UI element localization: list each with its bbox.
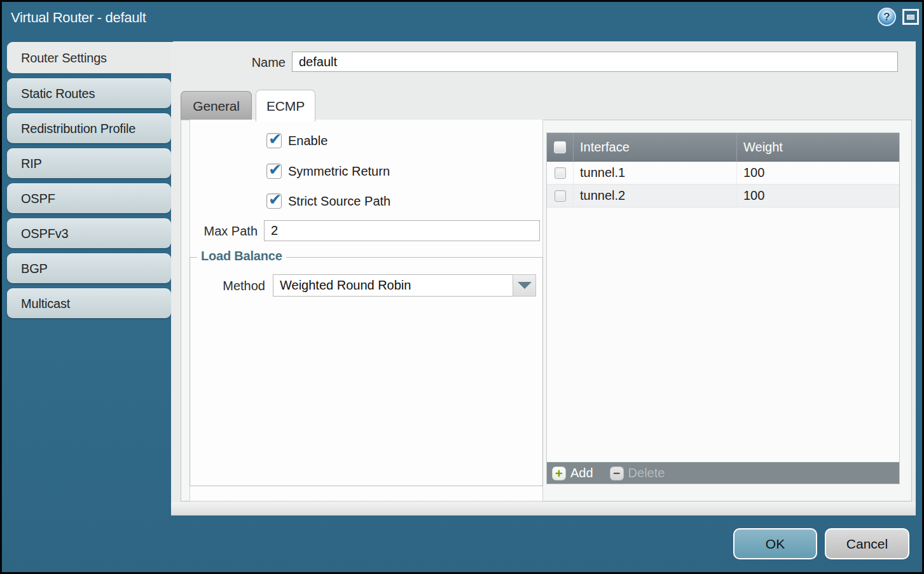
row-checkbox-cell	[547, 162, 573, 184]
symmetric-return-checkbox[interactable]	[266, 164, 282, 179]
tab-general[interactable]: General	[181, 91, 252, 120]
row-checkbox[interactable]	[555, 190, 566, 202]
enable-label: Enable	[288, 134, 328, 148]
add-button[interactable]: + Add	[552, 466, 593, 480]
sidebar-nav: Router Settings Static Routes Redistribu…	[7, 42, 171, 323]
sidebar-item-bgp[interactable]: BGP	[7, 253, 171, 283]
select-all-checkbox[interactable]	[554, 141, 566, 153]
help-icon[interactable]: ?	[878, 8, 896, 26]
cancel-button[interactable]: Cancel	[825, 528, 909, 559]
ecmp-form-pane: Enable Symmetric Return Strict Source Pa…	[190, 120, 543, 501]
virtual-router-dialog: Virtual Router - default ? Router Settin…	[0, 0, 924, 574]
sidebar-item-static-routes[interactable]: Static Routes	[7, 78, 171, 108]
sidebar-item-router-settings[interactable]: Router Settings	[7, 42, 183, 73]
table-header-row: Interface Weight	[547, 133, 899, 162]
ecmp-interface-table: Interface Weight tunnel.1 100 tunnel.2 1…	[546, 132, 900, 484]
row-weight-value[interactable]: 100	[736, 185, 899, 207]
name-input[interactable]	[292, 52, 898, 72]
strict-source-path-row: Strict Source Path	[266, 193, 390, 209]
tab-ecmp[interactable]: ECMP	[256, 90, 315, 122]
row-interface-value[interactable]: tunnel.2	[573, 185, 736, 207]
ok-button[interactable]: OK	[733, 528, 817, 559]
load-balance-group: Load Balance Method Weighted Round Robin	[190, 257, 543, 486]
row-interface-value[interactable]: tunnel.1	[573, 162, 736, 184]
table-toolbar: + Add − Delete	[547, 462, 899, 484]
sidebar-item-ospfv3[interactable]: OSPFv3	[7, 218, 171, 248]
enable-row: Enable	[266, 133, 328, 148]
sidebar-item-multicast[interactable]: Multicast	[7, 288, 171, 318]
plus-icon: +	[552, 466, 566, 480]
delete-button-disabled[interactable]: − Delete	[610, 466, 665, 480]
ecmp-tab-panel: Enable Symmetric Return Strict Source Pa…	[181, 120, 912, 501]
restore-window-inner-rect	[907, 15, 914, 20]
table-row[interactable]: tunnel.2 100	[547, 185, 899, 207]
content-bottom-fade	[171, 502, 916, 515]
method-dropdown-arrow-button[interactable]	[513, 274, 536, 297]
load-balance-legend: Load Balance	[197, 249, 286, 263]
table-row[interactable]: tunnel.1 100	[547, 162, 899, 185]
add-button-label: Add	[570, 466, 593, 480]
row-weight-value[interactable]: 100	[736, 162, 899, 184]
chevron-down-icon	[518, 282, 532, 289]
strict-source-path-label: Strict Source Path	[288, 194, 390, 209]
row-checkbox-cell	[547, 185, 573, 207]
method-label: Method	[200, 279, 265, 293]
sidebar-item-redistribution-profile[interactable]: Redistribution Profile	[7, 113, 171, 143]
table-header-checkbox-cell	[547, 133, 573, 161]
restore-window-icon[interactable]	[902, 9, 919, 25]
symmetric-return-row: Symmetric Return	[266, 164, 390, 179]
delete-button-label: Delete	[628, 466, 665, 480]
enable-checkbox[interactable]	[266, 133, 282, 148]
table-header-interface[interactable]: Interface	[573, 133, 736, 161]
minus-icon: −	[610, 466, 624, 480]
row-checkbox[interactable]	[555, 167, 566, 179]
sidebar-item-rip[interactable]: RIP	[7, 148, 171, 178]
max-path-input[interactable]	[264, 220, 540, 241]
method-dropdown[interactable]: Weighted Round Robin	[273, 274, 513, 297]
content-panel: Name General ECMP Enable Symmetric Retur…	[171, 41, 916, 515]
question-mark-glyph: ?	[883, 11, 890, 24]
table-header-weight[interactable]: Weight	[736, 133, 899, 161]
dialog-title: Virtual Router - default	[11, 10, 146, 26]
name-label: Name	[209, 55, 286, 70]
max-path-label: Max Path	[186, 224, 258, 239]
strict-source-path-checkbox[interactable]	[266, 193, 282, 209]
sidebar-item-ospf[interactable]: OSPF	[7, 183, 171, 213]
symmetric-return-label: Symmetric Return	[288, 164, 390, 179]
